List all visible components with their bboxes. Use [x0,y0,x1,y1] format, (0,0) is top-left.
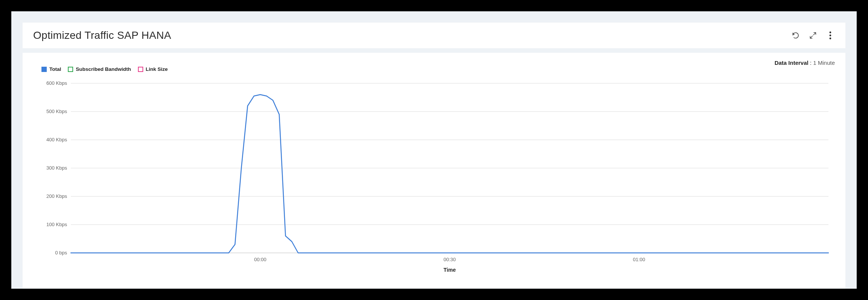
svg-text:600 Kbps: 600 Kbps [46,80,67,86]
svg-text:500 Kbps: 500 Kbps [46,109,67,114]
legend-item-subscribed-bandwidth[interactable]: Subscribed Bandwidth [68,66,131,72]
svg-text:01:00: 01:00 [633,257,645,262]
legend-swatch [41,67,47,72]
chart-panel: TotalSubscribed BandwidthLink Size Data … [23,53,845,288]
svg-point-0 [830,32,831,34]
legend: TotalSubscribed BandwidthLink Size [41,66,168,72]
legend-label: Subscribed Bandwidth [76,66,131,72]
svg-text:Time: Time [444,267,456,273]
page-container: Optimized Traffic SAP HANA TotalSubscrib… [11,11,857,289]
expand-icon[interactable] [808,31,817,40]
chart-svg: 0 bps100 Kbps200 Kbps300 Kbps400 Kbps500… [33,76,832,279]
svg-point-2 [830,38,831,40]
more-options-icon[interactable] [826,31,835,40]
chart-title: Optimized Traffic SAP HANA [33,29,171,41]
legend-item-link-size[interactable]: Link Size [138,66,168,72]
svg-text:00:30: 00:30 [444,257,456,262]
chart-plot-area: 0 bps100 Kbps200 Kbps300 Kbps400 Kbps500… [33,76,835,279]
header-actions [791,31,835,40]
legend-item-total[interactable]: Total [41,66,61,72]
data-interval: Data Interval : 1 Minute [775,60,835,66]
legend-label: Total [49,66,61,72]
svg-text:300 Kbps: 300 Kbps [46,165,67,171]
refresh-icon[interactable] [791,31,800,40]
svg-text:00:00: 00:00 [254,257,266,262]
chart-header-panel: Optimized Traffic SAP HANA [23,23,845,48]
legend-swatch [68,67,73,72]
svg-text:100 Kbps: 100 Kbps [46,222,67,227]
data-interval-value: 1 Minute [813,60,835,66]
chart-top-row: TotalSubscribed BandwidthLink Size Data … [33,60,835,72]
svg-point-1 [830,35,831,37]
data-interval-label: Data Interval [775,60,808,66]
svg-text:400 Kbps: 400 Kbps [46,137,67,142]
svg-text:0 bps: 0 bps [55,250,67,256]
legend-label: Link Size [146,66,168,72]
svg-text:200 Kbps: 200 Kbps [46,193,67,199]
legend-swatch [138,67,143,72]
